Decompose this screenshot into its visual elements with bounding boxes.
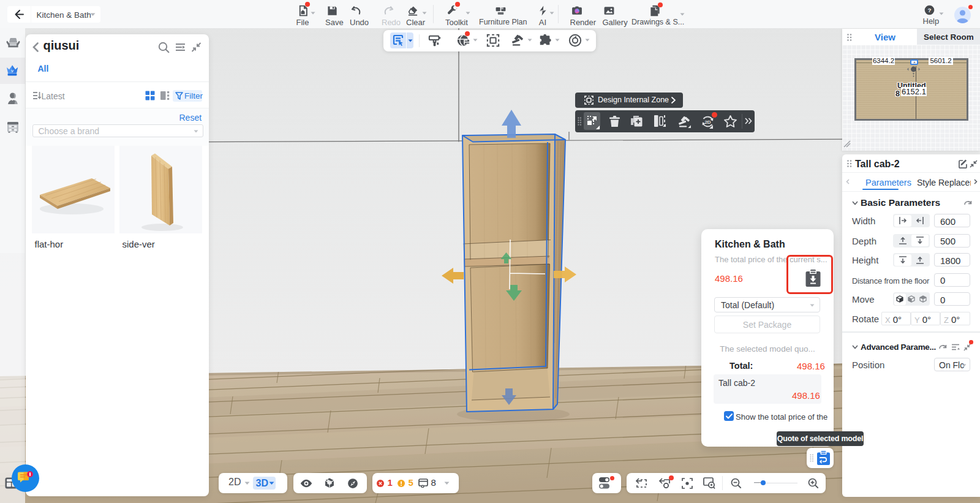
svg-text:2D: 2D: [704, 119, 710, 125]
svg-text:?: ?: [927, 7, 931, 13]
